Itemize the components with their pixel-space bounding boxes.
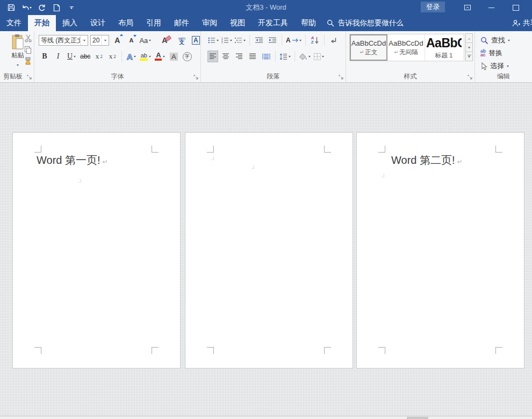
font-size-dropdown-icon[interactable]	[101, 35, 109, 45]
superscript-button[interactable]: x2	[106, 50, 118, 62]
align-left-button[interactable]	[207, 50, 218, 62]
shading-button[interactable]	[298, 50, 311, 62]
asian-layout-button[interactable]: A	[285, 34, 302, 46]
tell-me-search[interactable]: 告诉我你想要做什么	[327, 15, 404, 31]
margin-mark-icon	[152, 347, 159, 354]
select-button[interactable]: 选择	[480, 61, 509, 71]
gallery-scroll-down-button[interactable]: ▼	[465, 42, 473, 52]
find-button[interactable]: 查找	[480, 35, 510, 45]
italic-button[interactable]: I	[52, 50, 64, 62]
minimize-button[interactable]	[479, 0, 504, 15]
new-document-button[interactable]	[51, 2, 62, 13]
font-group: 等线 (西文正文) 20 A A Aa A	[34, 31, 201, 82]
undo-button[interactable]	[20, 2, 32, 13]
sign-in-button[interactable]: 登录	[421, 2, 445, 12]
bullets-button[interactable]	[207, 34, 219, 46]
paste-dropdown-icon[interactable]	[17, 64, 19, 66]
strikethrough-button[interactable]: abc	[79, 50, 91, 62]
text-highlight-button[interactable]: ab	[139, 50, 152, 62]
character-border-button[interactable]: A	[190, 34, 202, 46]
tab-review[interactable]: 审阅	[196, 15, 224, 31]
styles-group-label: 样式	[346, 72, 475, 81]
save-button[interactable]	[5, 2, 17, 13]
clear-formatting-button[interactable]: A	[159, 34, 170, 46]
asian-layout-dropdown-icon	[299, 40, 301, 41]
format-painter-icon[interactable]	[24, 57, 32, 65]
numbering-dropdown-icon	[230, 40, 232, 41]
font-color-dropdown-icon	[163, 56, 165, 57]
tab-developer[interactable]: 开发工具	[251, 15, 294, 31]
align-right-button[interactable]	[233, 50, 245, 62]
style-no-spacing[interactable]: AaBbCcDd ↵ 无间隔	[387, 34, 425, 61]
show-hide-marks-button[interactable]	[328, 34, 340, 46]
window-title: 文档3 - Word	[0, 0, 532, 15]
cut-icon[interactable]	[24, 34, 32, 42]
character-shading-button[interactable]: A	[168, 50, 179, 62]
styles-gallery: AaBbCcDd ↵ 正文 AaBbCcDd ↵ 无间隔 AaBbCcDd 标题…	[349, 34, 464, 61]
ribbon-display-options-button[interactable]	[455, 0, 479, 15]
repeat-button[interactable]	[35, 2, 47, 13]
tab-help[interactable]: 帮助	[294, 15, 322, 31]
page-2[interactable]	[185, 132, 353, 369]
style-normal[interactable]: AaBbCcDd ↵ 正文	[350, 34, 387, 61]
tab-layout[interactable]: 布局	[112, 15, 140, 31]
font-name-dropdown-icon[interactable]	[80, 35, 88, 45]
status-bar-element[interactable]	[407, 417, 428, 419]
style-heading1[interactable]: AaBbCcDd 标题 1	[425, 34, 463, 61]
grow-font-button[interactable]: A	[111, 34, 123, 46]
line-spacing-button[interactable]	[279, 50, 291, 62]
page-1[interactable]: Word 第一页! ↵	[12, 132, 181, 369]
page-3[interactable]: Word 第二页! ↵	[356, 132, 524, 369]
tab-design[interactable]: 设计	[84, 15, 112, 31]
font-name-combobox[interactable]: 等线 (西文正文)	[39, 35, 88, 46]
highlight-icon: ab	[140, 53, 148, 61]
tab-file[interactable]: 文件	[0, 15, 28, 31]
tab-mailings[interactable]: 邮件	[168, 15, 196, 31]
find-magnifier-icon	[480, 37, 488, 45]
enclose-characters-button[interactable]: 字	[181, 50, 193, 62]
text-effects-button[interactable]: A	[125, 50, 137, 62]
page-3-text[interactable]: Word 第二页! ↵	[391, 153, 463, 168]
font-size-combobox[interactable]: 20	[90, 35, 109, 46]
borders-button[interactable]	[313, 50, 325, 62]
multilevel-list-button[interactable]	[234, 34, 246, 46]
phonetic-guide-button[interactable]: wén 文	[176, 34, 188, 46]
tab-home[interactable]: 开始	[28, 15, 56, 31]
bullets-icon	[208, 37, 215, 44]
maximize-button[interactable]	[504, 0, 528, 15]
increase-indent-button[interactable]	[267, 34, 278, 46]
svg-text:3: 3	[221, 41, 223, 44]
undo-dropdown-icon[interactable]	[30, 7, 32, 9]
justify-button[interactable]	[247, 50, 258, 62]
paragraph-dialog-launcher-icon[interactable]	[339, 75, 344, 80]
customize-quick-access-button[interactable]	[66, 2, 77, 13]
replace-button[interactable]: ab ac 替换	[480, 48, 502, 58]
underline-button[interactable]: U	[66, 50, 77, 62]
gallery-more-button[interactable]: ▼	[465, 52, 473, 61]
font-dialog-launcher-icon[interactable]	[193, 75, 199, 80]
font-color-button[interactable]: A	[154, 50, 166, 62]
subscript-button[interactable]: x2	[93, 50, 105, 62]
distribute-button[interactable]	[260, 50, 272, 62]
clipboard-dialog-launcher-icon[interactable]	[27, 75, 32, 80]
align-center-button[interactable]	[220, 50, 232, 62]
bold-button[interactable]: B	[39, 50, 51, 62]
paragraph-group-label: 段落	[201, 72, 346, 81]
change-case-button[interactable]: Aa	[139, 34, 151, 46]
faint-paragraph-mark	[382, 174, 384, 177]
page-1-text[interactable]: Word 第一页! ↵	[37, 153, 108, 168]
tab-references[interactable]: 引用	[140, 15, 168, 31]
styles-group: AaBbCcDd ↵ 正文 AaBbCcDd ↵ 无间隔 AaBbCcDd 标题…	[346, 31, 475, 82]
sort-button[interactable]: AZ	[309, 34, 321, 46]
tab-view[interactable]: 视图	[224, 15, 251, 31]
document-canvas[interactable]: Word 第一页! ↵ Word 第二页! ↵	[0, 83, 532, 416]
styles-dialog-launcher-icon[interactable]	[468, 75, 473, 80]
copy-icon[interactable]	[24, 46, 32, 54]
window-controls	[455, 0, 528, 15]
decrease-indent-button[interactable]	[253, 34, 265, 46]
share-button[interactable]: 共享	[512, 15, 532, 31]
gallery-scroll-up-button[interactable]: ▲	[465, 33, 473, 43]
tab-insert[interactable]: 插入	[56, 15, 84, 31]
numbering-button[interactable]: 123	[221, 34, 233, 46]
shrink-font-button[interactable]: A	[125, 34, 137, 46]
